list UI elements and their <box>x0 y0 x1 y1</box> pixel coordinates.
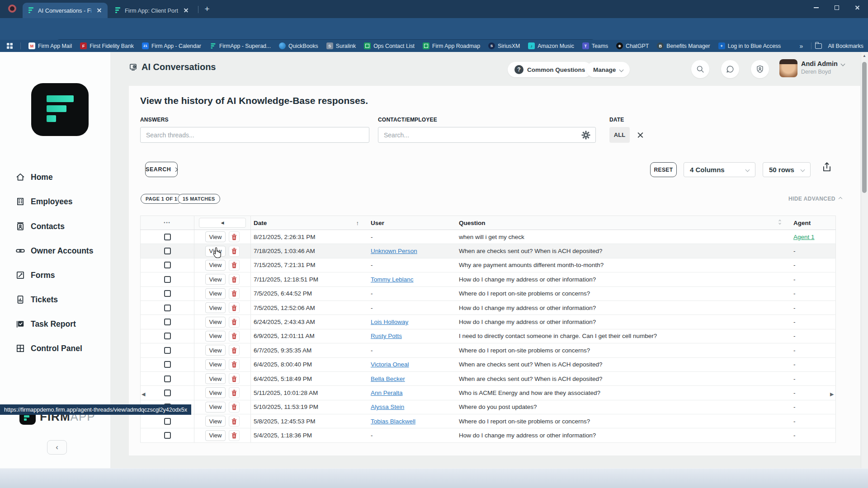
sidebar-item-owner-accounts[interactable]: Owner Accounts <box>0 242 110 260</box>
view-button[interactable]: View <box>205 359 226 370</box>
window-minimize-button[interactable] <box>806 0 826 15</box>
bookmarks-overflow-icon[interactable]: » <box>800 42 803 50</box>
firmapp-logo[interactable] <box>31 83 89 136</box>
delete-button[interactable] <box>229 260 240 271</box>
view-button[interactable]: View <box>205 274 226 285</box>
window-maximize-button[interactable] <box>826 0 847 15</box>
bookmark-amazon-music[interactable]: ♪Amazon Music <box>528 42 574 49</box>
bookmark-siriusxm[interactable]: SSiriusXM <box>488 42 520 49</box>
sidebar-item-home[interactable]: Home <box>0 168 110 186</box>
row-checkbox[interactable] <box>164 361 171 368</box>
thread-user-link[interactable]: Unknown Person <box>371 248 417 254</box>
delete-button[interactable] <box>229 317 240 328</box>
view-button[interactable]: View <box>205 317 226 328</box>
gear-icon[interactable] <box>581 131 590 140</box>
sidebar-item-control-panel[interactable]: Control Panel <box>0 339 110 357</box>
reset-button[interactable]: RESET <box>650 162 677 177</box>
thread-user-link[interactable]: Bella Becker <box>371 375 405 382</box>
hide-advanced-button[interactable]: HIDE ADVANCED <box>788 196 842 202</box>
bookmark-ops-contact-list[interactable]: Ops Contact List <box>364 42 415 49</box>
thread-user-link[interactable]: Tommy Leblanc <box>371 276 414 283</box>
delete-button[interactable] <box>229 302 240 313</box>
browser-tab-inactive[interactable]: Firm App: Client Portal - Firm A <box>109 3 195 18</box>
scroll-up-icon[interactable]: ▲ <box>863 54 866 58</box>
manage-button[interactable]: Manage <box>586 62 630 77</box>
row-checkbox[interactable] <box>164 290 171 297</box>
thread-user-link[interactable]: Ann Peralta <box>371 389 403 396</box>
delete-button[interactable] <box>229 288 240 299</box>
column-sort-icon[interactable] <box>778 219 782 226</box>
bookmark-firm-app-calendar[interactable]: 21Firm App - Calendar <box>142 42 201 49</box>
delete-button[interactable] <box>229 246 240 257</box>
thread-user-link[interactable]: Tobias Blackwell <box>371 418 415 425</box>
apps-grid-icon[interactable] <box>6 42 13 49</box>
search-button[interactable] <box>691 60 709 78</box>
date-clear-icon[interactable] <box>637 131 645 139</box>
view-button[interactable]: View <box>205 402 226 413</box>
common-questions-button[interactable]: ? Common Questions <box>508 62 592 77</box>
thread-user-link[interactable]: Alyssa Stein <box>371 404 404 410</box>
sidebar-item-employees[interactable]: Employees <box>0 192 110 211</box>
question-column-header[interactable]: Question <box>453 216 787 230</box>
thread-user-link[interactable]: Lois Holloway <box>371 319 408 325</box>
columns-select[interactable]: 4 Columns <box>684 162 755 177</box>
contact-search-input[interactable] <box>378 127 596 143</box>
view-button[interactable]: View <box>205 387 226 398</box>
export-button[interactable] <box>821 161 833 173</box>
delete-button[interactable] <box>229 387 240 398</box>
search-submit-button[interactable]: SEARCH <box>145 162 178 177</box>
agent-column-header[interactable]: Agent <box>787 216 836 230</box>
date-column-header[interactable]: Date↑ <box>251 216 365 230</box>
account-badge-button[interactable] <box>751 60 769 78</box>
sidebar-collapse-button[interactable]: ‹ <box>47 440 67 455</box>
row-checkbox[interactable] <box>164 305 171 311</box>
bookmark-firm-app-mail[interactable]: MFirm App Mail <box>28 42 72 49</box>
new-tab-button[interactable]: + <box>202 4 212 15</box>
user-column-header[interactable]: User <box>365 216 453 230</box>
bookmark-firmapp-superad[interactable]: FirmApp - Superad... <box>209 42 271 50</box>
all-bookmarks-button[interactable]: All Bookmarks <box>828 43 863 49</box>
row-checkbox[interactable] <box>164 248 171 254</box>
thread-user-link[interactable]: Rusty Potts <box>371 333 402 339</box>
delete-button[interactable] <box>229 402 240 413</box>
bookmark-first-fidelity-bank[interactable]: FFirst Fidelity Bank <box>80 42 134 49</box>
bookmark-benefits-manager[interactable]: BBenefits Manager <box>657 42 710 49</box>
thread-agent-link[interactable]: Agent 1 <box>793 234 815 240</box>
scroll-right-icon[interactable]: ▶ <box>830 391 834 397</box>
tab-close-icon[interactable] <box>183 7 190 14</box>
row-checkbox[interactable] <box>164 389 171 396</box>
bookmark-log-in-to-blue-access[interactable]: +Log in to Blue Access <box>718 42 781 49</box>
delete-button[interactable] <box>229 345 240 356</box>
view-button[interactable]: View <box>205 331 226 342</box>
row-checkbox[interactable] <box>164 234 171 240</box>
row-checkbox[interactable] <box>164 432 171 439</box>
delete-button[interactable] <box>229 359 240 370</box>
delete-button[interactable] <box>229 373 240 384</box>
bookmark-suralink[interactable]: SSuralink <box>326 42 356 49</box>
messages-button[interactable] <box>721 60 739 78</box>
row-checkbox[interactable] <box>164 347 171 354</box>
view-button[interactable]: View <box>205 416 226 427</box>
bookmark-chatgpt[interactable]: ∗ChatGPT <box>616 42 649 49</box>
bookmark-teams[interactable]: TTeams <box>582 42 608 49</box>
view-button[interactable]: View <box>205 231 226 242</box>
delete-button[interactable] <box>229 231 240 242</box>
user-avatar[interactable] <box>779 59 797 77</box>
window-close-button[interactable] <box>847 0 868 15</box>
scroll-left-icon[interactable]: ◀ <box>142 391 145 397</box>
delete-button[interactable] <box>229 416 240 427</box>
view-button[interactable]: View <box>205 260 226 271</box>
view-button[interactable]: View <box>205 288 226 299</box>
answers-search-input[interactable] <box>140 127 369 143</box>
bookmark-quickbooks[interactable]: QuickBooks <box>279 42 318 49</box>
row-checkbox[interactable] <box>164 333 171 339</box>
scrollbar-thumb[interactable] <box>862 62 867 193</box>
view-button[interactable]: View <box>205 373 226 384</box>
row-checkbox[interactable] <box>164 418 171 425</box>
row-checkbox[interactable] <box>164 262 171 268</box>
sidebar-item-tickets[interactable]: Tickets <box>0 291 110 309</box>
date-all-button[interactable]: ALL <box>609 127 630 143</box>
sidebar-item-task-report[interactable]: Task Report <box>0 315 110 333</box>
row-checkbox[interactable] <box>164 319 171 325</box>
view-button[interactable]: View <box>205 345 226 356</box>
